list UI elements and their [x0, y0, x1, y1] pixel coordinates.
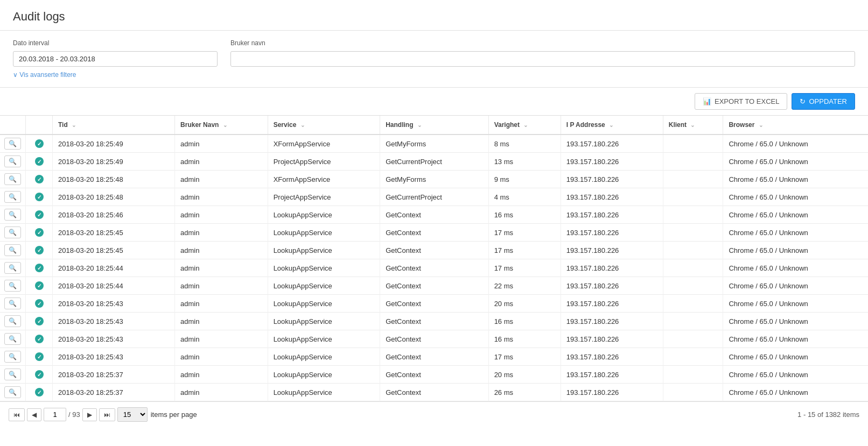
- row-bruker: admin: [175, 206, 268, 224]
- row-tid: 2018-03-20 18:25:43: [53, 348, 175, 366]
- row-ip: 193.157.180.226: [561, 277, 663, 295]
- row-search-button[interactable]: 🔍: [4, 226, 21, 238]
- table-container: Tid ⌄ Bruker Navn ⌄ Service ⌄ Handling ⌄: [0, 115, 868, 401]
- row-bruker: admin: [175, 348, 268, 366]
- row-handling: GetContext: [380, 242, 489, 259]
- last-page-button[interactable]: ⏭: [99, 408, 115, 421]
- row-klient: [663, 188, 723, 206]
- first-page-button[interactable]: ⏮: [9, 408, 25, 421]
- row-service: LookupAppService: [268, 348, 380, 366]
- row-klient: [663, 277, 723, 295]
- row-service: XFormAppService: [268, 134, 380, 153]
- export-button[interactable]: 📊 EXPORT TO EXCEL: [695, 93, 787, 110]
- row-browser: Chrome / 65.0 / Unknown: [723, 295, 868, 313]
- row-search-button[interactable]: 🔍: [4, 262, 21, 274]
- status-icon: [35, 210, 44, 219]
- bruker-filter-input[interactable]: [230, 51, 855, 67]
- row-service: LookupAppService: [268, 259, 380, 277]
- row-search-button[interactable]: 🔍: [4, 369, 21, 380]
- refresh-button[interactable]: ↻ OPPDATER: [792, 93, 855, 110]
- row-search-button[interactable]: 🔍: [4, 351, 21, 363]
- status-icon: [35, 139, 44, 148]
- row-bruker: admin: [175, 330, 268, 348]
- row-handling: GetContext: [380, 384, 489, 401]
- row-status-cell: [26, 313, 53, 330]
- row-search-btn-cell: 🔍: [0, 188, 26, 206]
- col-varighet-header[interactable]: Varighet ⌄: [488, 116, 561, 134]
- row-varighet: 20 ms: [488, 295, 561, 313]
- table-row: 🔍 2018-03-20 18:25:45 admin LookupAppSer…: [0, 242, 868, 259]
- row-search-button[interactable]: 🔍: [4, 333, 21, 345]
- row-search-button[interactable]: 🔍: [4, 280, 21, 292]
- row-search-button[interactable]: 🔍: [4, 138, 21, 150]
- ip-sort-icon: ⌄: [609, 122, 613, 128]
- row-search-button[interactable]: 🔍: [4, 386, 21, 398]
- row-klient: [663, 206, 723, 224]
- row-tid: 2018-03-20 18:25:43: [53, 313, 175, 330]
- row-service: XFormAppService: [268, 171, 380, 188]
- row-handling: GetCurrentProject: [380, 188, 489, 206]
- status-icon: [35, 175, 44, 183]
- row-ip: 193.157.180.226: [561, 384, 663, 401]
- row-service: LookupAppService: [268, 224, 380, 242]
- row-search-button[interactable]: 🔍: [4, 315, 21, 327]
- row-search-button[interactable]: 🔍: [4, 244, 21, 256]
- row-varighet: 8 ms: [488, 134, 561, 153]
- col-handling-header[interactable]: Handling ⌄: [380, 116, 489, 134]
- col-status-header: [26, 116, 53, 134]
- klient-sort-icon: ⌄: [690, 122, 695, 128]
- table-row: 🔍 2018-03-20 18:25:48 admin ProjectAppSe…: [0, 188, 868, 206]
- row-browser: Chrome / 65.0 / Unknown: [723, 206, 868, 224]
- row-klient: [663, 384, 723, 401]
- row-ip: 193.157.180.226: [561, 153, 663, 171]
- filter-row: Dato interval Bruker navn: [13, 39, 855, 67]
- row-tid: 2018-03-20 18:25:48: [53, 171, 175, 188]
- date-filter-input[interactable]: [13, 51, 218, 67]
- next-page-button[interactable]: ▶: [82, 408, 97, 421]
- row-handling: GetContext: [380, 277, 489, 295]
- row-handling: GetContext: [380, 348, 489, 366]
- row-search-button[interactable]: 🔍: [4, 191, 21, 203]
- items-per-page-select[interactable]: 15 25 50 100: [117, 407, 148, 422]
- items-per-page-group: 15 25 50 100 items per page: [117, 407, 197, 422]
- table-row: 🔍 2018-03-20 18:25:43 admin LookupAppSer…: [0, 313, 868, 330]
- row-search-button[interactable]: 🔍: [4, 209, 21, 221]
- col-klient-header[interactable]: Klient ⌄: [663, 116, 723, 134]
- page-number-input[interactable]: [44, 408, 66, 421]
- row-status-cell: [26, 366, 53, 384]
- col-tid-header[interactable]: Tid ⌄: [53, 116, 175, 134]
- header-row: Tid ⌄ Bruker Navn ⌄ Service ⌄ Handling ⌄: [0, 116, 868, 134]
- table-row: 🔍 2018-03-20 18:25:49 admin XFormAppServ…: [0, 134, 868, 153]
- status-icon: [35, 370, 44, 379]
- row-status-cell: [26, 295, 53, 313]
- col-service-header[interactable]: Service ⌄: [268, 116, 380, 134]
- row-tid: 2018-03-20 18:25:46: [53, 206, 175, 224]
- col-browser-header[interactable]: Browser ⌄: [723, 116, 868, 134]
- row-tid: 2018-03-20 18:25:43: [53, 330, 175, 348]
- row-handling: GetContext: [380, 224, 489, 242]
- row-service: LookupAppService: [268, 277, 380, 295]
- row-varighet: 17 ms: [488, 242, 561, 259]
- col-ip-header[interactable]: I P Addresse ⌄: [561, 116, 663, 134]
- export-label: EXPORT TO EXCEL: [715, 97, 779, 105]
- col-bruker-header[interactable]: Bruker Navn ⌄: [175, 116, 268, 134]
- row-service: LookupAppService: [268, 313, 380, 330]
- table-row: 🔍 2018-03-20 18:25:37 admin LookupAppSer…: [0, 384, 868, 401]
- prev-page-button[interactable]: ◀: [27, 408, 41, 421]
- row-browser: Chrome / 65.0 / Unknown: [723, 277, 868, 295]
- advanced-filters-toggle[interactable]: ∨ Vis avanserte filtere: [13, 67, 76, 79]
- row-status-cell: [26, 330, 53, 348]
- refresh-icon: ↻: [800, 97, 806, 105]
- row-search-btn-cell: 🔍: [0, 384, 26, 401]
- table-body: 🔍 2018-03-20 18:25:49 admin XFormAppServ…: [0, 134, 868, 401]
- row-status-cell: [26, 348, 53, 366]
- row-search-button[interactable]: 🔍: [4, 155, 21, 167]
- row-search-button[interactable]: 🔍: [4, 173, 21, 185]
- table-row: 🔍 2018-03-20 18:25:43 admin LookupAppSer…: [0, 330, 868, 348]
- row-search-btn-cell: 🔍: [0, 295, 26, 313]
- status-icon: [35, 388, 44, 397]
- row-search-btn-cell: 🔍: [0, 242, 26, 259]
- status-icon: [35, 352, 44, 361]
- row-status-cell: [26, 206, 53, 224]
- row-search-button[interactable]: 🔍: [4, 298, 21, 309]
